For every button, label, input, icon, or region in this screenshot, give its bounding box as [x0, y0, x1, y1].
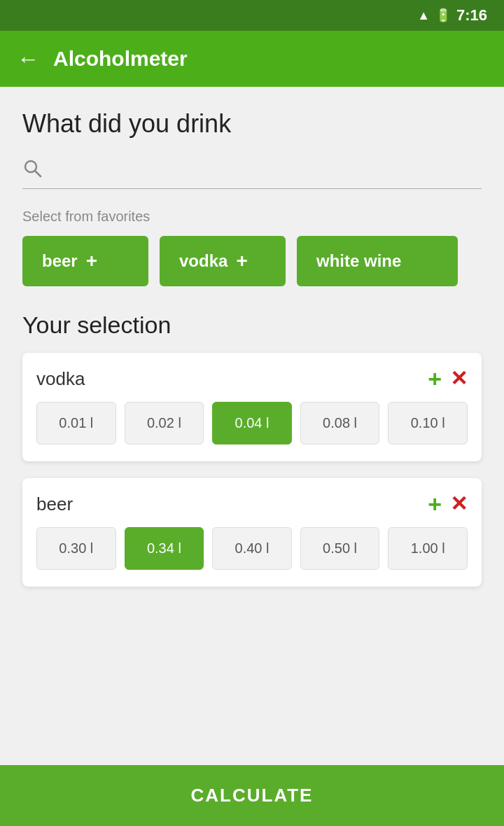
status-bar: ▲ 🔋 7:16 [0, 0, 504, 31]
search-input[interactable] [48, 162, 482, 180]
drink-card-vodka-header: vodka + ✕ [36, 367, 468, 391]
svg-line-1 [35, 171, 41, 176]
favorites-row: beer + vodka + white wine [22, 236, 482, 286]
favorites-label: Select from favorites [22, 209, 482, 225]
back-button[interactable]: ← [17, 46, 39, 72]
beer-amount-0[interactable]: 0.30 l [36, 527, 116, 570]
status-icons: ▲ 🔋 7:16 [417, 6, 487, 24]
fav-btn-vodka[interactable]: vodka + [160, 236, 286, 286]
drink-card-beer-header: beer + ✕ [36, 492, 468, 516]
vodka-remove-button[interactable]: ✕ [450, 368, 468, 389]
vodka-amount-4[interactable]: 0.10 l [388, 402, 468, 444]
vodka-add-button[interactable]: + [428, 367, 442, 391]
vodka-amount-2[interactable]: 0.04 l [212, 402, 292, 444]
drink-card-vodka: vodka + ✕ 0.01 l 0.02 l 0.04 l 0.08 l 0.… [22, 353, 482, 461]
fav-vodka-label: vodka [179, 251, 227, 271]
vodka-amount-1[interactable]: 0.02 l [125, 402, 204, 444]
app-title: Alcoholmeter [53, 47, 188, 71]
fav-whitewine-label: white wine [316, 251, 401, 271]
drink-card-beer: beer + ✕ 0.30 l 0.34 l 0.40 l 0.50 l 1.0… [22, 478, 482, 587]
beer-amount-2[interactable]: 0.40 l [212, 527, 292, 570]
status-time: 7:16 [456, 6, 487, 24]
fav-beer-label: beer [42, 251, 78, 271]
battery-icon: 🔋 [435, 8, 451, 23]
beer-amount-4[interactable]: 1.00 l [388, 527, 468, 570]
main-content: What did you drink Select from favorites… [0, 87, 504, 765]
beer-amount-row: 0.30 l 0.34 l 0.40 l 0.50 l 1.00 l [36, 527, 468, 570]
fav-vodka-plus-icon: + [236, 250, 247, 272]
beer-remove-button[interactable]: ✕ [450, 493, 468, 514]
fav-btn-whitewine[interactable]: white wine [297, 236, 458, 286]
vodka-name: vodka [36, 368, 428, 390]
calculate-button[interactable]: CALCULATE [0, 765, 504, 826]
fav-btn-beer[interactable]: beer + [22, 236, 148, 286]
vodka-amount-row: 0.01 l 0.02 l 0.04 l 0.08 l 0.10 l [36, 402, 468, 444]
search-icon [22, 158, 42, 183]
beer-amount-3[interactable]: 0.50 l [300, 527, 380, 570]
beer-name: beer [36, 493, 428, 515]
search-bar [22, 158, 482, 189]
selection-title: Your selection [22, 312, 482, 339]
wifi-icon: ▲ [417, 8, 430, 23]
vodka-amount-3[interactable]: 0.08 l [300, 402, 380, 444]
page-question: What did you drink [22, 109, 482, 139]
fav-beer-plus-icon: + [86, 250, 97, 272]
vodka-amount-0[interactable]: 0.01 l [36, 402, 116, 444]
beer-amount-1[interactable]: 0.34 l [125, 527, 204, 570]
app-bar: ← Alcoholmeter [0, 31, 504, 87]
beer-add-button[interactable]: + [428, 492, 442, 516]
